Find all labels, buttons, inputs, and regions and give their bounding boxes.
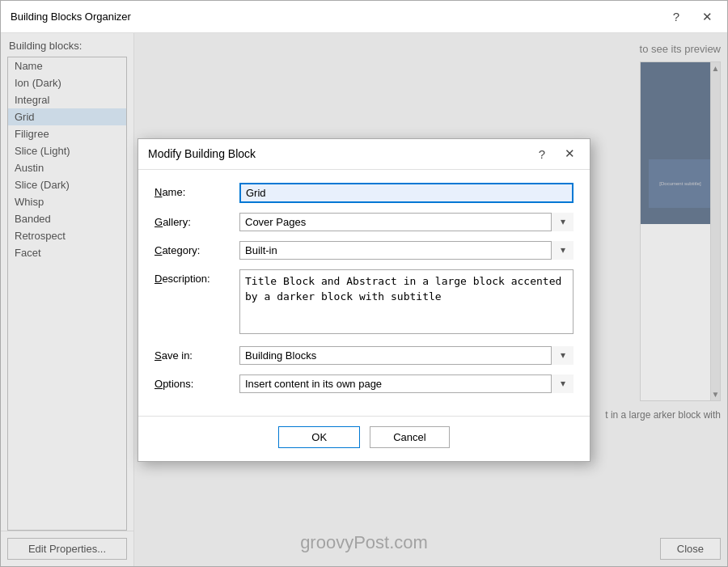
save-in-label: Save in:	[154, 346, 239, 362]
outer-close-button[interactable]: ✕	[697, 8, 717, 26]
gallery-label: Gallery:	[154, 213, 239, 228]
description-textarea-wrap: Title Block and Abstract in a large bloc…	[239, 269, 574, 336]
outer-titlebar: Building Blocks Organizer ? ✕	[1, 1, 727, 33]
form-row-category: Category: Built-in General Custom ▾	[154, 241, 574, 260]
outer-content: Building blocks: Name Ion (Dark) Integra…	[1, 33, 727, 566]
modal-help-button[interactable]: ?	[534, 146, 550, 163]
options-select-wrap: Insert content in its own page Insert co…	[239, 374, 574, 393]
category-select-wrap: Built-in General Custom ▾	[239, 241, 574, 260]
category-label: Category:	[154, 241, 239, 256]
options-label: Options:	[154, 374, 239, 390]
modal-controls: ? ✕	[534, 145, 580, 163]
outer-help-button[interactable]: ?	[668, 8, 684, 25]
save-in-select[interactable]: Building Blocks Normal Custom	[239, 346, 574, 365]
save-in-select-wrap: Building Blocks Normal Custom ▾	[239, 346, 574, 365]
options-select[interactable]: Insert content in its own page Insert co…	[239, 374, 574, 393]
gallery-dropdown-wrap: Cover Pages Text Box Equations Headers F…	[239, 213, 574, 231]
modal-close-button[interactable]: ✕	[560, 145, 580, 163]
form-row-name: Name:	[154, 183, 574, 203]
form-row-options: Options: Insert content in its own page …	[154, 374, 574, 393]
outer-titlebar-controls: ? ✕	[668, 8, 717, 26]
modal-dialog: Modify Building Block ? ✕ Name:	[138, 138, 590, 462]
form-row-description: Description: Title Block and Abstract in…	[154, 269, 574, 336]
category-select[interactable]: Built-in General Custom	[239, 241, 574, 260]
name-input-wrap	[239, 183, 574, 203]
modal-footer: OK Cancel	[138, 416, 590, 461]
gallery-select[interactable]: Cover Pages Text Box Equations Headers F…	[239, 213, 574, 231]
name-input[interactable]	[239, 183, 574, 203]
modal-overlay: Modify Building Block ? ✕ Name:	[1, 33, 727, 566]
ok-button[interactable]: OK	[278, 426, 360, 448]
description-label: Description:	[154, 269, 239, 285]
description-textarea[interactable]: Title Block and Abstract in a large bloc…	[239, 269, 574, 334]
modal-title: Modify Building Block	[148, 147, 534, 160]
category-dropdown-wrap: Built-in General Custom ▾	[239, 241, 574, 260]
gallery-select-wrap: Cover Pages Text Box Equations Headers F…	[239, 213, 574, 231]
outer-window-title: Building Blocks Organizer	[11, 11, 668, 23]
modal-body: Name: Gallery: Cover Pages Text B	[138, 170, 590, 416]
save-in-dropdown-wrap: Building Blocks Normal Custom ▾	[239, 346, 574, 365]
form-row-gallery: Gallery: Cover Pages Text Box Equations …	[154, 213, 574, 231]
cancel-button[interactable]: Cancel	[370, 426, 449, 448]
modal-titlebar: Modify Building Block ? ✕	[138, 139, 590, 170]
form-row-save-in: Save in: Building Blocks Normal Custom ▾	[154, 346, 574, 365]
outer-window: Building Blocks Organizer ? ✕ Building b…	[0, 0, 728, 567]
name-label: Name:	[154, 183, 239, 198]
options-dropdown-wrap: Insert content in its own page Insert co…	[239, 374, 574, 393]
